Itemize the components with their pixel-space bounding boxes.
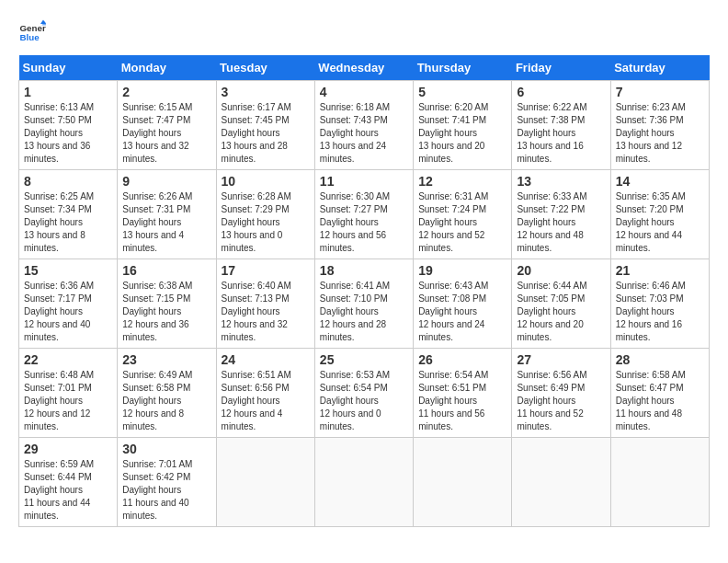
daylight-label: Daylight hours — [418, 306, 477, 316]
calendar-cell: 29 Sunrise: 6:59 AM Sunset: 6:44 PM Dayl… — [19, 438, 118, 527]
daylight-value: 13 hours and 4 minutes. — [122, 230, 184, 253]
day-number: 7 — [616, 85, 704, 99]
cell-content: Sunrise: 6:48 AM Sunset: 7:01 PM Dayligh… — [24, 369, 112, 433]
daylight-value: 12 hours and 36 minutes. — [122, 319, 188, 342]
cell-content: Sunrise: 6:31 AM Sunset: 7:24 PM Dayligh… — [418, 190, 506, 255]
cell-content: Sunrise: 6:46 AM Sunset: 7:03 PM Dayligh… — [616, 280, 704, 344]
daylight-label: Daylight hours — [122, 396, 181, 406]
cell-content: Sunrise: 6:59 AM Sunset: 6:44 PM Dayligh… — [24, 458, 112, 523]
calendar-cell: 13 Sunrise: 6:33 AM Sunset: 7:22 PM Dayl… — [512, 170, 610, 259]
sunrise-label: Sunrise: 6:17 AM — [222, 102, 291, 112]
daylight-label: Daylight hours — [24, 128, 83, 138]
day-number: 11 — [320, 174, 408, 189]
daylight-label: Daylight hours — [24, 485, 83, 495]
sunset-label: Sunset: 6:51 PM — [418, 383, 486, 393]
svg-text:General: General — [20, 23, 47, 33]
sunset-label: Sunset: 7:08 PM — [418, 293, 486, 304]
sunset-label: Sunset: 7:29 PM — [222, 204, 290, 214]
calendar-cell: 16 Sunrise: 6:38 AM Sunset: 7:15 PM Dayl… — [118, 259, 216, 349]
sunrise-label: Sunrise: 6:36 AM — [24, 281, 94, 291]
daylight-label: Daylight hours — [122, 217, 181, 227]
daylight-value: 13 hours and 12 minutes. — [616, 141, 682, 164]
weekday-header-tuesday: Tuesday — [216, 55, 314, 81]
daylight-value: 12 hours and 8 minutes. — [122, 408, 184, 431]
sunset-label: Sunset: 6:49 PM — [517, 383, 585, 393]
calendar-cell: 26 Sunrise: 6:54 AM Sunset: 6:51 PM Dayl… — [414, 349, 512, 438]
calendar-cell: 18 Sunrise: 6:41 AM Sunset: 7:10 PM Dayl… — [314, 259, 413, 349]
week-row-4: 22 Sunrise: 6:48 AM Sunset: 7:01 PM Dayl… — [19, 349, 710, 438]
sunrise-label: Sunrise: 6:53 AM — [320, 370, 390, 380]
sunset-label: Sunset: 7:17 PM — [24, 293, 92, 304]
day-number: 10 — [222, 174, 310, 189]
daylight-value: 13 hours and 20 minutes. — [418, 141, 484, 164]
cell-content: Sunrise: 6:23 AM Sunset: 7:36 PM Dayligh… — [616, 101, 704, 166]
weekday-header-row: SundayMondayTuesdayWednesdayThursdayFrid… — [19, 55, 710, 81]
cell-content: Sunrise: 6:22 AM Sunset: 7:38 PM Dayligh… — [517, 101, 605, 166]
calendar-cell: 2 Sunrise: 6:15 AM Sunset: 7:47 PM Dayli… — [118, 81, 216, 170]
cell-content: Sunrise: 6:35 AM Sunset: 7:20 PM Dayligh… — [616, 190, 704, 255]
sunrise-label: Sunrise: 6:22 AM — [517, 102, 586, 112]
sunrise-label: Sunrise: 6:41 AM — [320, 281, 390, 291]
sunset-label: Sunset: 7:24 PM — [418, 204, 486, 214]
daylight-label: Daylight hours — [616, 396, 675, 406]
daylight-value: 11 hours and 56 minutes. — [418, 408, 484, 431]
cell-content: Sunrise: 6:18 AM Sunset: 7:43 PM Dayligh… — [320, 101, 408, 166]
sunrise-label: Sunrise: 6:28 AM — [222, 191, 291, 201]
week-row-2: 8 Sunrise: 6:25 AM Sunset: 7:34 PM Dayli… — [19, 170, 710, 259]
cell-content: Sunrise: 6:15 AM Sunset: 7:47 PM Dayligh… — [122, 101, 210, 166]
sunrise-label: Sunrise: 6:20 AM — [418, 102, 488, 112]
daylight-value: 12 hours and 44 minutes. — [616, 230, 682, 253]
calendar-cell: 30 Sunrise: 7:01 AM Sunset: 6:42 PM Dayl… — [118, 438, 216, 527]
cell-content: Sunrise: 6:40 AM Sunset: 7:13 PM Dayligh… — [222, 280, 310, 344]
sunrise-label: Sunrise: 6:46 AM — [616, 281, 686, 291]
day-number: 28 — [616, 352, 704, 367]
daylight-value: 13 hours and 28 minutes. — [222, 141, 288, 164]
sunrise-label: Sunrise: 7:01 AM — [122, 459, 192, 469]
cell-content: Sunrise: 6:49 AM Sunset: 6:58 PM Dayligh… — [122, 369, 210, 433]
day-number: 12 — [418, 174, 506, 189]
calendar-cell: 21 Sunrise: 6:46 AM Sunset: 7:03 PM Dayl… — [610, 259, 709, 349]
sunset-label: Sunset: 7:27 PM — [320, 204, 388, 214]
sunrise-label: Sunrise: 6:44 AM — [517, 281, 586, 291]
cell-content: Sunrise: 6:51 AM Sunset: 6:56 PM Dayligh… — [222, 369, 310, 433]
sunset-label: Sunset: 7:20 PM — [616, 204, 684, 214]
daylight-label: Daylight hours — [222, 128, 280, 138]
sunrise-label: Sunrise: 6:56 AM — [517, 370, 586, 380]
calendar-cell: 12 Sunrise: 6:31 AM Sunset: 7:24 PM Dayl… — [414, 170, 512, 259]
sunset-label: Sunset: 7:13 PM — [222, 293, 290, 304]
day-number: 3 — [222, 85, 310, 99]
calendar-cell: 15 Sunrise: 6:36 AM Sunset: 7:17 PM Dayl… — [19, 259, 118, 349]
sunset-label: Sunset: 7:50 PM — [24, 115, 92, 125]
daylight-label: Daylight hours — [320, 306, 379, 316]
daylight-label: Daylight hours — [517, 396, 575, 406]
cell-content: Sunrise: 6:38 AM Sunset: 7:15 PM Dayligh… — [122, 280, 210, 344]
week-row-5: 29 Sunrise: 6:59 AM Sunset: 6:44 PM Dayl… — [19, 438, 710, 527]
daylight-value: 12 hours and 16 minutes. — [616, 319, 682, 342]
daylight-label: Daylight hours — [616, 306, 675, 316]
daylight-value: 13 hours and 32 minutes. — [122, 141, 188, 164]
sunrise-label: Sunrise: 6:30 AM — [320, 191, 390, 201]
day-number: 26 — [418, 352, 506, 367]
calendar-cell: 1 Sunrise: 6:13 AM Sunset: 7:50 PM Dayli… — [19, 81, 118, 170]
calendar-cell: 9 Sunrise: 6:26 AM Sunset: 7:31 PM Dayli… — [118, 170, 216, 259]
svg-text:Blue: Blue — [20, 32, 40, 42]
sunrise-label: Sunrise: 6:40 AM — [222, 281, 291, 291]
cell-content: Sunrise: 7:01 AM Sunset: 6:42 PM Dayligh… — [122, 458, 210, 523]
day-number: 5 — [418, 85, 506, 99]
sunrise-label: Sunrise: 6:23 AM — [616, 102, 686, 112]
day-number: 2 — [122, 85, 210, 99]
day-number: 14 — [616, 174, 704, 189]
daylight-label: Daylight hours — [418, 217, 477, 227]
daylight-label: Daylight hours — [222, 396, 280, 406]
day-number: 18 — [320, 263, 408, 278]
sunrise-label: Sunrise: 6:49 AM — [122, 370, 192, 380]
day-number: 23 — [122, 352, 210, 367]
calendar-cell — [314, 438, 413, 527]
sunrise-label: Sunrise: 6:31 AM — [418, 191, 488, 201]
sunset-label: Sunset: 7:36 PM — [616, 115, 684, 125]
sunrise-label: Sunrise: 6:38 AM — [122, 281, 192, 291]
daylight-value: 11 hours and 40 minutes. — [122, 498, 188, 521]
sunrise-label: Sunrise: 6:25 AM — [24, 191, 94, 201]
weekday-header-thursday: Thursday — [414, 55, 512, 81]
sunset-label: Sunset: 6:44 PM — [24, 472, 92, 482]
